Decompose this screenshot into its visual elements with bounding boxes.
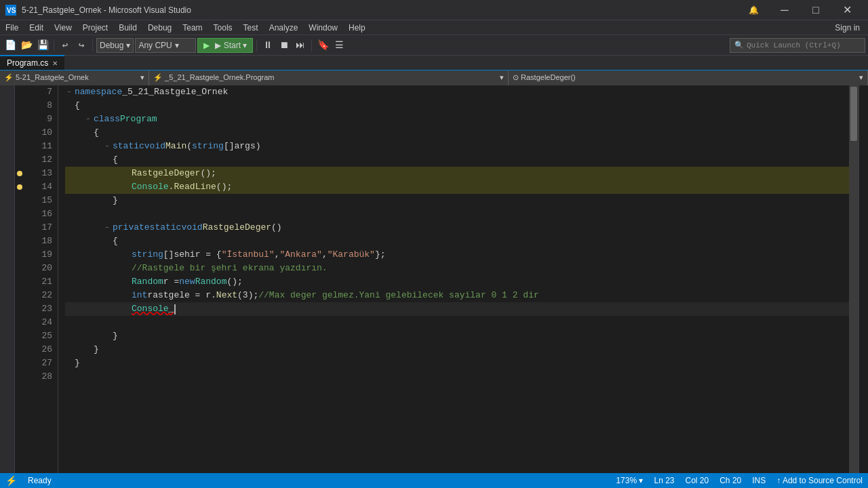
line-number-21: 21: [24, 275, 52, 289]
platform-dropdown[interactable]: Any CPU ▾: [135, 38, 196, 53]
token: (3);: [237, 289, 258, 302]
class-label: ⚡ _5_21_Rastgele_Ornek.Program: [153, 73, 274, 82]
fold-button-11[interactable]: −: [103, 142, 111, 150]
breakpoint-15[interactable]: [15, 194, 24, 207]
breakpoint-20[interactable]: [15, 262, 24, 275]
breakpoint-7[interactable]: [15, 85, 24, 99]
menu-analyze[interactable]: Analyze: [264, 20, 304, 35]
token: }: [75, 357, 80, 370]
breakpoint-27[interactable]: [15, 357, 24, 370]
breakpoint-24[interactable]: [15, 316, 24, 329]
namespace-dropdown[interactable]: ⚡ 5-21_Rastgele_Ornek ▾: [0, 70, 149, 85]
fold-button-7[interactable]: −: [65, 88, 73, 96]
menu-file[interactable]: File: [0, 20, 24, 35]
breakpoint-8[interactable]: [15, 99, 24, 113]
tab-program-cs[interactable]: Program.cs ✕: [0, 55, 64, 70]
breakpoint-16[interactable]: [15, 207, 24, 221]
search-box[interactable]: 🔍 Quick Launch (Ctrl+Q): [730, 38, 865, 53]
vs-icon: VS: [5, 5, 16, 16]
fold-button-17[interactable]: −: [103, 224, 111, 232]
editor[interactable]: 7891011121314151617181920212223242526272…: [0, 85, 868, 473]
menu-edit[interactable]: Edit: [24, 20, 49, 35]
breakpoint-10[interactable]: [15, 126, 24, 140]
token: string: [132, 248, 163, 262]
breakpoint-17[interactable]: [15, 221, 24, 235]
breakpoint-25[interactable]: [15, 329, 24, 343]
editor-outer: 7891011121314151617181920212223242526272…: [0, 85, 868, 473]
status-ln: Ln 23: [654, 476, 674, 485]
toolbar-btn-7[interactable]: ☰: [332, 38, 347, 53]
breakpoint-23[interactable]: [15, 302, 24, 316]
code-line-8: {: [65, 99, 849, 113]
breakpoint-18[interactable]: [15, 235, 24, 248]
breakpoint-12[interactable]: [15, 153, 24, 167]
code-area[interactable]: −namespace _5_21_Rastgele_Ornek{−class P…: [58, 85, 849, 473]
add-to-source-control[interactable]: ↑ Add to Source Control: [776, 476, 863, 485]
token: static: [113, 140, 144, 153]
undo-button[interactable]: ↩: [58, 38, 73, 53]
breakpoint-11[interactable]: [15, 140, 24, 153]
save-button[interactable]: 💾: [35, 38, 50, 53]
zoom-level[interactable]: 173% ▾: [616, 476, 643, 485]
close-button[interactable]: ✕: [831, 0, 863, 20]
token: int: [132, 289, 147, 302]
breakpoint-26[interactable]: [15, 343, 24, 357]
breakpoint-19[interactable]: [15, 248, 24, 262]
sign-in-link[interactable]: Sign in: [827, 22, 868, 34]
vertical-scrollbar[interactable]: [849, 85, 859, 473]
menu-build[interactable]: Build: [113, 20, 142, 35]
token: []: [163, 248, 174, 262]
token: }: [94, 343, 99, 357]
menu-project[interactable]: Project: [77, 20, 113, 35]
tab-close-button[interactable]: ✕: [52, 60, 58, 67]
menu-team[interactable]: Team: [177, 20, 208, 35]
breakpoint-28[interactable]: [15, 370, 24, 384]
start-button[interactable]: ▶ ▶ Start ▾: [197, 38, 253, 53]
method-dropdown[interactable]: ⊙ RastgeleDeger() ▾: [509, 70, 868, 85]
menu-window[interactable]: Window: [303, 20, 343, 35]
new-project-button[interactable]: 📄: [3, 38, 18, 53]
window-title: 5-21_Rastgele_Ornek - Microsoft Visual S…: [22, 5, 732, 15]
code-line-9: −class Program: [65, 113, 849, 126]
line-number-27: 27: [24, 357, 52, 370]
scrollbar-thumb[interactable]: [850, 87, 857, 141]
class-dropdown[interactable]: ⚡ _5_21_Rastgele_Ornek.Program ▾: [149, 70, 509, 85]
line-number-17: 17: [24, 221, 52, 235]
code-line-26: }: [65, 343, 849, 357]
toolbar-btn-5[interactable]: ⏹: [277, 38, 292, 53]
code-line-21: Random r = new Random();: [65, 275, 849, 289]
token: Random: [195, 275, 227, 289]
toolbar-btn-4[interactable]: ⏸: [260, 38, 275, 53]
menu-debug[interactable]: Debug: [142, 20, 177, 35]
breakpoint-13[interactable]: [15, 167, 24, 180]
line-number-13: 13: [24, 167, 52, 180]
breakpoint-14[interactable]: [15, 180, 24, 194]
line-number-24: 24: [24, 316, 52, 329]
bookmark-button[interactable]: 🔖: [315, 38, 330, 53]
open-button[interactable]: 📂: [19, 38, 34, 53]
menu-view[interactable]: View: [49, 20, 77, 35]
notifications-button[interactable]: 🔔: [738, 0, 769, 20]
line-number-26: 26: [24, 343, 52, 357]
breakpoint-22[interactable]: [15, 289, 24, 302]
debug-config-dropdown[interactable]: Debug ▾: [96, 38, 134, 53]
token: private: [113, 221, 150, 235]
search-icon: 🔍: [734, 41, 744, 49]
fold-button-9[interactable]: −: [84, 115, 92, 123]
maximize-button[interactable]: □: [800, 0, 831, 20]
redo-button[interactable]: ↪: [74, 38, 89, 53]
menu-test[interactable]: Test: [238, 20, 264, 35]
menu-help[interactable]: Help: [343, 20, 371, 35]
breakpoint-21[interactable]: [15, 275, 24, 289]
search-placeholder: Quick Launch (Ctrl+Q): [747, 41, 841, 49]
token: []: [224, 140, 235, 153]
toolbar: 📄 📂 💾 ↩ ↪ Debug ▾ Any CPU ▾ ▶ ▶ Start ▾ …: [0, 35, 868, 56]
line-number-19: 19: [24, 248, 52, 262]
line-number-8: 8: [24, 99, 52, 113]
breakpoint-9[interactable]: [15, 113, 24, 126]
menu-tools[interactable]: Tools: [208, 20, 238, 35]
minimize-button[interactable]: ─: [769, 0, 800, 20]
source-control-icon[interactable]: ⚡: [5, 475, 17, 486]
token: (): [271, 221, 282, 235]
toolbar-btn-6[interactable]: ⏭: [293, 38, 308, 53]
